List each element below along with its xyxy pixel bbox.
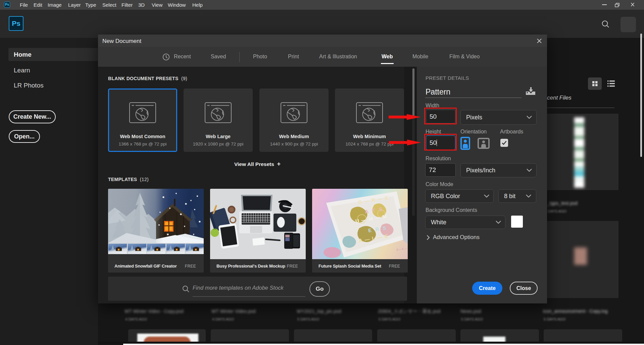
svg-text:B — E — A: B — E — A (396, 246, 408, 251)
